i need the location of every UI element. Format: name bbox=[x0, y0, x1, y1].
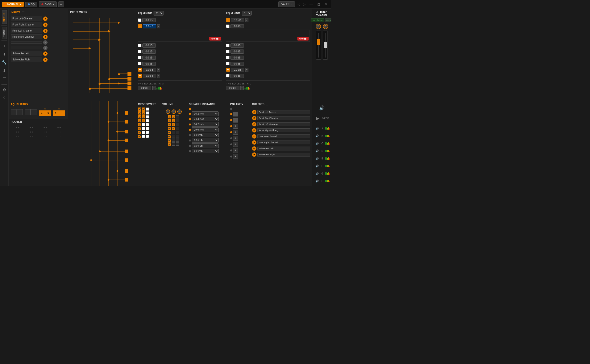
pol-btn-7[interactable]: + bbox=[233, 148, 238, 153]
vol-4-2[interactable] bbox=[172, 127, 175, 130]
eq-left-cb-4[interactable] bbox=[138, 50, 141, 53]
pol-btn-5[interactable]: + bbox=[233, 136, 238, 141]
vol-5-2[interactable] bbox=[172, 131, 175, 134]
cv-7-2[interactable] bbox=[142, 131, 145, 134]
cv-5-3[interactable] bbox=[146, 123, 149, 126]
vol-6-3[interactable] bbox=[176, 135, 179, 138]
eq-box-4[interactable]: 4 bbox=[39, 110, 45, 116]
cv-6-3[interactable] bbox=[146, 127, 149, 130]
sidebar-help-button[interactable]: ? bbox=[1, 95, 8, 102]
cv-6-1[interactable] bbox=[138, 127, 141, 130]
master-knob-left[interactable] bbox=[316, 24, 321, 29]
vol-6-1[interactable] bbox=[168, 135, 171, 138]
eq-right-cb-2[interactable] bbox=[226, 25, 229, 28]
pre-eq-right-arrow[interactable]: ▾ bbox=[240, 86, 244, 90]
vol-1-3[interactable] bbox=[176, 115, 179, 118]
vol-5-1[interactable] bbox=[168, 131, 171, 134]
dist-select-3[interactable]: 14.2 inch bbox=[192, 122, 219, 127]
pol-btn-1[interactable]: — bbox=[233, 112, 238, 116]
nav-forward-button[interactable]: ▷ bbox=[302, 2, 307, 7]
out-label-H[interactable]: Subwoofer Right bbox=[257, 153, 310, 157]
input-label-4[interactable]: Rear Right Channel bbox=[11, 34, 42, 39]
eq-right-cb-8[interactable] bbox=[226, 74, 229, 77]
eq-right-cb-6[interactable] bbox=[226, 62, 229, 65]
vol-1-2[interactable] bbox=[172, 115, 175, 118]
cv-2-2[interactable] bbox=[142, 111, 145, 115]
eq-right-db-8[interactable]: 0.0 dB bbox=[230, 74, 244, 78]
eq-box-3[interactable]: 3 bbox=[45, 110, 51, 116]
eq-box-2a[interactable] bbox=[25, 109, 31, 115]
inputs-menu-icon[interactable]: ☰ bbox=[22, 11, 25, 14]
cv-1-3[interactable] bbox=[146, 108, 149, 111]
eq-box-1b[interactable] bbox=[17, 109, 23, 115]
cv-2-3[interactable] bbox=[146, 111, 149, 115]
cv-6-2[interactable] bbox=[142, 127, 145, 130]
eq-mixing-left-select[interactable]: 2 1 bbox=[154, 11, 164, 16]
eq-left-plus-7[interactable]: + bbox=[138, 68, 142, 72]
eq-left-db-8[interactable]: 0.0 dB bbox=[143, 74, 156, 78]
dist-select-8[interactable]: 0.0 inch bbox=[192, 149, 219, 153]
eq-left-plus-2[interactable]: + bbox=[138, 24, 142, 28]
out-label-A[interactable]: Front Left Tweeter bbox=[257, 110, 310, 114]
cv-2-1[interactable] bbox=[138, 111, 141, 115]
sidebar-add-button[interactable]: ＋ bbox=[1, 43, 8, 50]
bass-button[interactable]: BASS ▾ bbox=[39, 1, 57, 7]
vol-8-3[interactable] bbox=[176, 142, 179, 146]
eq-right-db-6[interactable]: 0.0 dB bbox=[230, 62, 244, 66]
pol-btn-6[interactable]: + bbox=[233, 142, 238, 147]
out-spkr-E[interactable]: 🔊 bbox=[314, 155, 320, 162]
eq-right-db-1[interactable]: 0.0 dB bbox=[231, 18, 244, 22]
eq-right-cb-5[interactable] bbox=[226, 56, 229, 59]
sq-button[interactable]: SQ bbox=[25, 2, 37, 7]
volume-icon-button[interactable]: 🔊 bbox=[319, 105, 325, 111]
vol-1-1[interactable] bbox=[168, 115, 171, 118]
pol-btn-3[interactable]: + bbox=[233, 124, 238, 129]
eq-left-arrow-8[interactable]: ▾ bbox=[157, 74, 160, 78]
eq-box-2b[interactable] bbox=[31, 109, 37, 115]
eq-box-1a[interactable] bbox=[11, 109, 16, 115]
sidebar-download2-button[interactable]: ⬇ bbox=[1, 67, 8, 74]
normal-mode-button[interactable]: NORMAL ▾ bbox=[2, 2, 24, 7]
master-knob-right[interactable] bbox=[323, 24, 328, 29]
eq-left-arrow-7[interactable]: ▾ bbox=[157, 68, 160, 72]
cv-3-1[interactable] bbox=[138, 115, 141, 118]
eq-left-arrow-2[interactable]: ▾ bbox=[157, 24, 160, 28]
dist-select-2[interactable]: 34.3 inch bbox=[192, 117, 219, 121]
eq-right-db-4[interactable]: 0.0 dB bbox=[230, 50, 244, 54]
cv-1-2[interactable] bbox=[142, 108, 145, 111]
vol-3-3[interactable] bbox=[176, 123, 179, 126]
vol-2-1[interactable] bbox=[168, 119, 171, 122]
vol-knob-2[interactable] bbox=[172, 109, 176, 114]
cv-7-3[interactable] bbox=[146, 131, 149, 134]
cv-3-2[interactable] bbox=[142, 115, 145, 118]
pol-btn-2[interactable]: — bbox=[233, 118, 238, 123]
cv-4-1[interactable] bbox=[138, 119, 141, 122]
sidebar-layers-button[interactable]: ☰ bbox=[1, 76, 8, 83]
vol-2-2[interactable] bbox=[172, 119, 175, 122]
dist-select-4[interactable]: 29.0 inch bbox=[192, 127, 219, 132]
cv-5-2[interactable] bbox=[142, 123, 145, 126]
pol-btn-8[interactable]: + bbox=[233, 154, 238, 159]
input-label-1[interactable]: Front Left Channel bbox=[11, 16, 42, 21]
eq-left-plus-8[interactable]: + bbox=[138, 74, 142, 78]
spdif-play-button[interactable]: ▶ bbox=[314, 115, 321, 122]
eq-left-cb-1[interactable] bbox=[138, 18, 141, 22]
sidebar-download-button[interactable]: ⬇ bbox=[1, 51, 8, 58]
eq-right-plus-7[interactable]: + bbox=[226, 68, 230, 72]
cv-3-3[interactable] bbox=[146, 115, 149, 118]
fader-left-handle[interactable] bbox=[317, 39, 320, 45]
input-label-8[interactable]: Subwoofer Right bbox=[11, 57, 42, 62]
dist-select-5[interactable]: 0.0 inch bbox=[192, 133, 219, 137]
vol-3-2[interactable] bbox=[172, 123, 175, 126]
vol-5-3[interactable] bbox=[176, 131, 179, 134]
out-spkr-D[interactable]: 🔊 bbox=[314, 148, 320, 154]
pre-eq-right-value[interactable]: 0.0 dB bbox=[226, 86, 239, 90]
out-label-F[interactable]: Rear Right Channel bbox=[257, 141, 310, 144]
out-label-D[interactable]: Front Right Midrang bbox=[257, 128, 310, 132]
vol-4-1[interactable] bbox=[168, 127, 171, 130]
input-label-2[interactable]: Front Right Channel bbox=[11, 22, 42, 27]
eq-left-db-3[interactable]: 0.0 dB bbox=[142, 43, 156, 48]
dist-select-7[interactable]: 0.0 inch bbox=[192, 143, 219, 148]
cv-7-1[interactable] bbox=[138, 131, 141, 134]
eq-right-plus-1[interactable]: + bbox=[226, 18, 230, 22]
